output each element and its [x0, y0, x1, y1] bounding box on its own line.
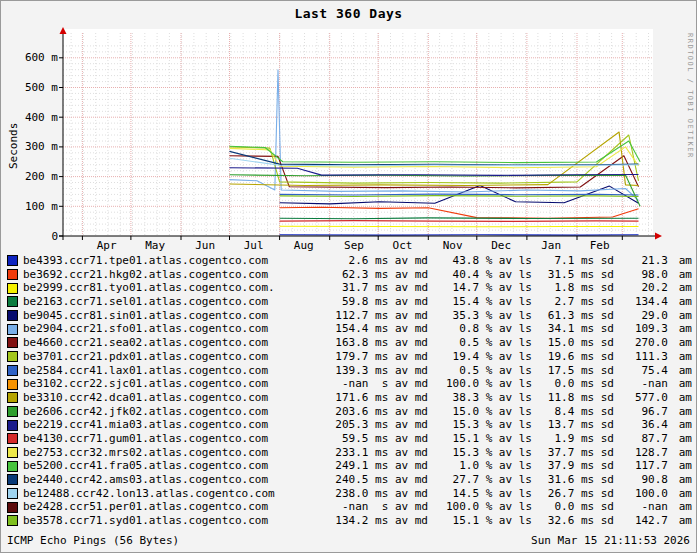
legend-row: be2428.ccr51.per01.atlas.cogentco.com -n…	[7, 500, 692, 514]
legend-av-ls: 0.5 % av ls	[428, 336, 532, 350]
legend-row: be12488.ccr42.lon13.atlas.cogentco.com 2…	[7, 487, 692, 501]
legend-av-md: 2.6 ms av md	[316, 254, 428, 268]
legend-sd: 2.7 ms sd	[532, 295, 614, 309]
legend-host: be4130.ccr71.gum01.atlas.cogentco.com	[23, 432, 268, 446]
legend-tail: am	[668, 309, 692, 323]
y-tick-label: 200 m	[25, 170, 58, 183]
x-month-label: May	[145, 239, 165, 252]
legend-sd: 13.7 ms sd	[532, 418, 614, 432]
y-tick-label: 600 m	[25, 51, 58, 64]
legend-tail: am	[668, 364, 692, 378]
legend-color-swatch	[7, 337, 18, 348]
legend-max: 20.2	[614, 281, 668, 295]
legend-sd: 8.4 ms sd	[532, 405, 614, 419]
legend-host: be3578.ccr71.syd01.atlas.cogentco.com	[23, 514, 268, 528]
x-month-label: Jan	[541, 239, 561, 252]
x-month-label: Jun	[195, 239, 215, 252]
legend-color-swatch	[7, 420, 18, 431]
legend-max: -nan	[614, 500, 668, 514]
legend: be4393.ccr71.tpe01.atlas.cogentco.com 2.…	[7, 254, 692, 528]
legend-tail: am	[668, 295, 692, 309]
legend-sd: 1.9 ms sd	[532, 432, 614, 446]
legend-host: be3692.ccr21.hkg02.atlas.cogentco.com	[23, 268, 268, 282]
legend-color-swatch	[7, 283, 18, 294]
legend-av-md: -nan s av md	[316, 500, 428, 514]
series-line	[280, 226, 639, 227]
legend-max: 134.4	[614, 295, 668, 309]
legend-av-md: 203.6 ms av md	[316, 405, 428, 419]
legend-color-swatch	[7, 433, 18, 444]
graph-title: Last 360 Days	[1, 6, 696, 21]
legend-row: be3310.ccr42.dca01.atlas.cogentco.com 17…	[7, 391, 692, 405]
footer: ICMP Echo Pings (56 Bytes) Sun Mar 15 21…	[7, 534, 690, 547]
legend-av-ls: 0.5 % av ls	[428, 364, 532, 378]
legend-av-md: 205.3 ms av md	[316, 418, 428, 432]
legend-max: 96.7	[614, 405, 668, 419]
legend-av-ls: 15.4 % av ls	[428, 295, 532, 309]
legend-host: be4660.ccr21.sea02.atlas.cogentco.com	[23, 336, 268, 350]
legend-color-swatch	[7, 351, 18, 362]
legend-max: 142.7	[614, 514, 668, 528]
legend-av-ls: 15.1 % av ls	[428, 514, 532, 528]
legend-row: be2606.ccr42.jfk02.atlas.cogentco.com 20…	[7, 405, 692, 419]
legend-tail: am	[668, 254, 692, 268]
legend-max: 111.3	[614, 350, 668, 364]
rrdtool-watermark: RRDTOOL / TOBI OETIKER	[686, 33, 694, 159]
x-month-label: Sep	[344, 239, 364, 252]
legend-tail: am	[668, 350, 692, 364]
legend-color-swatch	[7, 269, 18, 280]
legend-max: 90.8	[614, 473, 668, 487]
legend-sd: 7.1 ms sd	[532, 254, 614, 268]
legend-color-swatch	[7, 324, 18, 335]
legend-host: be2440.ccr42.ams03.atlas.cogentco.com	[23, 473, 268, 487]
legend-av-ls: 38.3 % av ls	[428, 391, 532, 405]
plot-background	[63, 29, 653, 236]
series-line	[280, 221, 639, 222]
legend-color-swatch	[7, 296, 18, 307]
legend-av-md: 62.3 ms av md	[316, 268, 428, 282]
y-tick-label: 0	[51, 230, 58, 243]
legend-host: be2753.ccr32.mrs02.atlas.cogentco.com	[23, 446, 268, 460]
footer-probe-label: ICMP Echo Pings (56 Bytes)	[7, 534, 179, 547]
legend-color-swatch	[7, 255, 18, 266]
legend-av-ls: 100.0 % av ls	[428, 377, 532, 391]
legend-row: be4130.ccr71.gum01.atlas.cogentco.com 59…	[7, 432, 692, 446]
legend-av-md: 163.8 ms av md	[316, 336, 428, 350]
legend-color-swatch	[7, 461, 18, 472]
legend-av-md: 238.0 ms av md	[316, 487, 428, 501]
legend-av-ls: 14.5 % av ls	[428, 487, 532, 501]
legend-tail: am	[668, 391, 692, 405]
legend-color-swatch	[7, 310, 18, 321]
legend-sd: 34.1 ms sd	[532, 322, 614, 336]
legend-host: be2904.ccr21.sfo01.atlas.cogentco.com	[23, 322, 268, 336]
legend-sd: 37.7 ms sd	[532, 446, 614, 460]
y-tick-label: 300 m	[25, 140, 58, 153]
legend-row: be2440.ccr42.ams03.atlas.cogentco.com 24…	[7, 473, 692, 487]
legend-color-swatch	[7, 502, 18, 513]
legend-row: be3102.ccr22.sjc01.atlas.cogentco.com -n…	[7, 377, 692, 391]
legend-row: be3701.ccr21.pdx01.atlas.cogentco.com 17…	[7, 350, 692, 364]
y-axis-label: Seconds	[7, 123, 20, 169]
x-month-label: Nov	[443, 239, 463, 252]
legend-host: be4393.ccr71.tpe01.atlas.cogentco.com	[23, 254, 268, 268]
legend-tail: am	[668, 281, 692, 295]
legend-av-ls: 100.0 % av ls	[428, 500, 532, 514]
legend-max: 577.0	[614, 391, 668, 405]
legend-host: be2584.ccr41.lax01.atlas.cogentco.com	[23, 364, 268, 378]
legend-max: 21.3	[614, 254, 668, 268]
legend-av-md: 31.7 ms av md	[316, 281, 428, 295]
legend-max: 270.0	[614, 336, 668, 350]
legend-sd: 11.8 ms sd	[532, 391, 614, 405]
legend-max: 109.3	[614, 322, 668, 336]
legend-host: be3310.ccr42.dca01.atlas.cogentco.com	[23, 391, 268, 405]
legend-row: be9045.ccr81.sin01.atlas.cogentco.com 11…	[7, 309, 692, 323]
legend-tail: am	[668, 322, 692, 336]
legend-host: be3701.ccr21.pdx01.atlas.cogentco.com	[23, 350, 268, 364]
legend-av-md: -nan s av md	[316, 377, 428, 391]
legend-host: be9045.ccr81.sin01.atlas.cogentco.com	[23, 309, 268, 323]
legend-row: be2219.ccr41.mia03.atlas.cogentco.com 20…	[7, 418, 692, 432]
legend-row: be2163.ccr71.sel01.atlas.cogentco.com 59…	[7, 295, 692, 309]
legend-tail: am	[668, 514, 692, 528]
legend-color-swatch	[7, 488, 18, 499]
legend-max: 100.0	[614, 487, 668, 501]
